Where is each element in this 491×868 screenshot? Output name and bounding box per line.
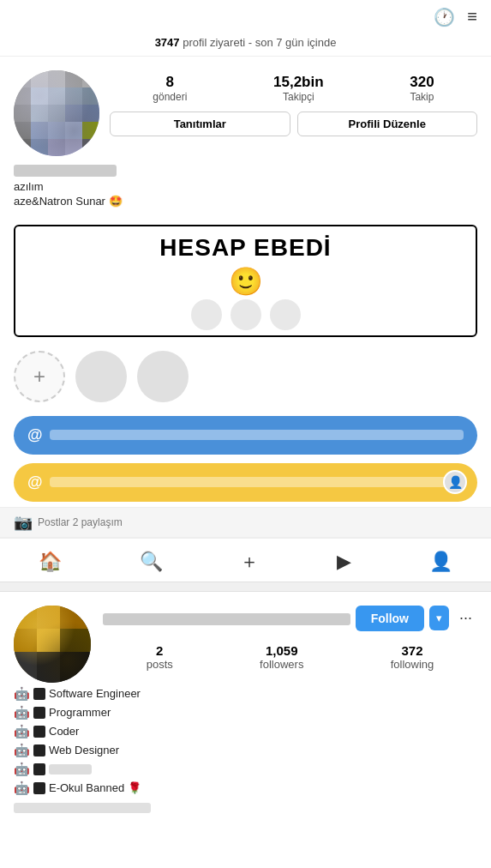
history-icon[interactable]: 🕐 <box>434 7 455 27</box>
promotions-button[interactable]: Tanıtımlar <box>110 112 290 136</box>
edit-profile-button[interactable]: Profili Düzenle <box>297 112 478 136</box>
section-separator <box>0 582 491 592</box>
svg-rect-30 <box>60 629 91 652</box>
posts-stat: 8 gönderi <box>153 74 187 103</box>
menu-icon[interactable]: ≡ <box>467 7 477 27</box>
svg-rect-15 <box>14 122 31 139</box>
svg-rect-32 <box>37 652 60 683</box>
profile-buttons: Tanıtımlar Profili Düzenle <box>110 112 477 136</box>
hesap-circles <box>29 299 462 330</box>
bio-emoji-4: 🤖 <box>14 762 30 777</box>
bottom-stats-row: 2 posts 1,059 followers 372 following <box>103 638 477 676</box>
bio-item-5: 🤖 E-Okul Banned 🌹 <box>14 781 477 796</box>
posts-count: 8 <box>166 74 174 91</box>
bio-item-4: 🤖 <box>14 762 477 777</box>
svg-rect-20 <box>14 139 31 156</box>
bottom-posts-label: posts <box>147 658 173 671</box>
svg-rect-14 <box>82 105 99 122</box>
bottom-avatar[interactable] <box>14 606 91 683</box>
svg-rect-10 <box>14 105 31 122</box>
svg-rect-11 <box>31 105 48 122</box>
bottom-followers-label: followers <box>260 658 303 671</box>
svg-rect-23 <box>65 139 82 156</box>
bio-blurred-4 <box>49 764 92 775</box>
profile-stats-col: 8 gönderi 15,2bin Takipçi 320 Takip Tanı… <box>110 70 477 136</box>
svg-rect-9 <box>82 87 99 105</box>
add-story-button[interactable]: + <box>14 351 65 402</box>
story-circle-1 <box>191 299 222 330</box>
at-icon-blue: @ <box>27 426 43 444</box>
hesap-banner: HESAP EBEDİ 🙂 <box>14 225 477 337</box>
bio-text-2: Coder <box>49 725 79 738</box>
bio-section: azılım aze&Natron Sunar 🤩 <box>0 165 491 218</box>
followers-label: Takipçi <box>283 91 314 103</box>
story-item-1[interactable] <box>75 351 127 402</box>
svg-rect-24 <box>82 139 99 156</box>
svg-rect-4 <box>82 70 99 87</box>
follow-chevron-button[interactable]: ▾ <box>429 606 449 630</box>
svg-rect-18 <box>65 122 82 139</box>
bio-line-1: azılım <box>14 180 477 193</box>
bottom-posts-stat: 2 posts <box>147 643 173 671</box>
message-content-blurred-blue <box>50 430 464 440</box>
svg-rect-31 <box>14 652 37 683</box>
following-count: 320 <box>410 74 434 91</box>
bottom-right-col: Follow ▾ ··· 2 posts 1,059 followers 372… <box>103 606 477 676</box>
bio-text-0: Software Engineer <box>49 687 141 700</box>
svg-rect-21 <box>31 139 48 156</box>
stats-numbers: 8 gönderi 15,2bin Takipçi 320 Takip <box>110 70 477 103</box>
profile-icon-yellow: 👤 <box>443 470 467 494</box>
bio-line-2: aze&Natron Sunar 🤩 <box>14 195 477 208</box>
posts-label: gönderi <box>153 91 187 103</box>
svg-rect-12 <box>48 105 65 122</box>
following-label: Takip <box>410 91 434 103</box>
story-circle-2 <box>231 299 261 330</box>
follow-button[interactable]: Follow <box>356 606 424 631</box>
bio-square-1 <box>33 707 45 719</box>
bio-item-2: 🤖 Coder <box>14 724 477 739</box>
bio-item-0: 🤖 Software Engineer <box>14 686 477 702</box>
bottom-following-stat[interactable]: 372 following <box>391 643 434 671</box>
message-bar-blue[interactable]: @ <box>14 416 477 455</box>
svg-rect-25 <box>14 606 37 629</box>
svg-rect-26 <box>37 606 60 629</box>
hesap-text: HESAP EBEDİ <box>29 235 462 262</box>
story-add-row: + <box>0 344 491 409</box>
nav-profile-icon[interactable]: 👤 <box>421 547 461 576</box>
bottom-action-row: Follow ▾ ··· <box>103 606 477 631</box>
nav-home-icon[interactable]: 🏠 <box>30 547 70 576</box>
nav-add-icon[interactable]: ＋ <box>231 546 267 578</box>
bio-name-blurred <box>14 165 117 177</box>
bio-emoji-1: 🤖 <box>14 705 30 720</box>
avatar[interactable] <box>14 70 99 156</box>
message-bar-yellow[interactable]: @ 👤 <box>14 463 477 502</box>
svg-rect-3 <box>65 70 82 87</box>
nav-reels-icon[interactable]: ▶ <box>328 547 360 576</box>
svg-rect-8 <box>65 87 82 105</box>
profile-visit-bar: 3747 profil ziyareti - son 7 gün içinde <box>0 27 491 57</box>
profile-main-row: 8 gönderi 15,2bin Takipçi 320 Takip Tanı… <box>0 57 491 165</box>
top-profile-section: 🕐 ≡ 3747 profil ziyareti - son 7 gün içi… <box>0 0 491 582</box>
svg-rect-29 <box>37 629 60 652</box>
story-item-2[interactable] <box>137 351 189 402</box>
svg-rect-2 <box>48 70 65 87</box>
bio-square-5 <box>33 782 45 794</box>
bottom-header-row: Follow ▾ ··· 2 posts 1,059 followers 372… <box>14 606 477 683</box>
bottom-nav: 🏠 🔍 ＋ ▶ 👤 <box>0 538 491 582</box>
nav-search-icon[interactable]: 🔍 <box>131 547 171 576</box>
message-content-blurred-yellow <box>50 477 464 487</box>
bio-item-1: 🤖 Programmer <box>14 705 477 720</box>
bio-emoji-2: 🤖 <box>14 724 30 739</box>
svg-rect-13 <box>65 105 82 122</box>
camera-icon: 📷 <box>14 513 33 532</box>
more-options-button[interactable]: ··· <box>454 606 477 630</box>
bio-emoji-3: 🤖 <box>14 743 30 758</box>
following-stat: 320 Takip <box>410 74 434 103</box>
story-circle-3 <box>270 299 301 330</box>
bottom-followers-stat[interactable]: 1,059 followers <box>260 643 303 671</box>
svg-rect-1 <box>31 70 48 87</box>
svg-rect-5 <box>14 87 31 105</box>
bio-square-4 <box>33 763 45 775</box>
bio-emoji-0: 🤖 <box>14 686 30 702</box>
svg-rect-28 <box>14 629 37 652</box>
